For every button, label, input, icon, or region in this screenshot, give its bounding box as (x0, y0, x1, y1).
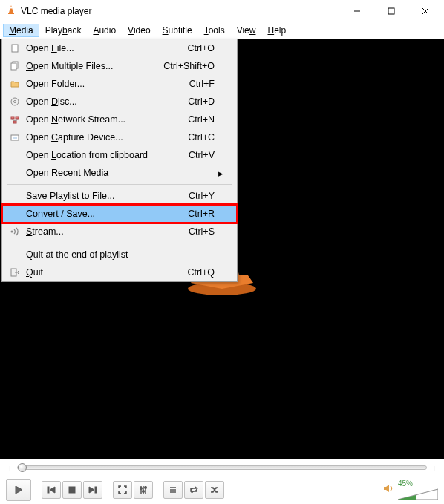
menu-item-open-multiple-files[interactable]: Open Multiple Files...Ctrl+Shift+O (2, 57, 237, 75)
svg-marker-41 (384, 485, 389, 492)
menu-item-open-recent-media[interactable]: Open Recent Media▸ (2, 164, 237, 182)
fullscreen-button[interactable] (113, 481, 132, 499)
menu-item-open-disc[interactable]: Open Disc...Ctrl+D (2, 93, 237, 111)
volume-slider[interactable] (398, 488, 438, 501)
menu-item-label: Stream... (23, 226, 189, 237)
svg-rect-31 (95, 487, 97, 493)
seek-thumb[interactable] (18, 463, 27, 472)
submenu-arrow-icon: ▸ (215, 168, 223, 179)
stream-icon (7, 226, 23, 237)
minimize-button[interactable] (340, 0, 374, 22)
controls-bar: 45% (0, 476, 444, 504)
menu-item-label: Open Disc... (23, 96, 188, 107)
speaker-icon[interactable] (383, 483, 395, 497)
menu-item-stream[interactable]: Stream...Ctrl+S (2, 223, 237, 240)
volume-control[interactable]: 45% (383, 480, 438, 501)
menu-tools[interactable]: Tools (198, 24, 231, 37)
menu-item-convert-save[interactable]: Convert / Save...Ctrl+R (2, 205, 237, 223)
menu-item-open-location-from-clipboard[interactable]: Open Location from clipboardCtrl+V (2, 146, 237, 164)
menu-video[interactable]: Video (122, 24, 156, 37)
files-icon (7, 61, 23, 71)
menu-item-label: Open Location from clipboard (23, 150, 189, 160)
svg-point-17 (11, 231, 13, 233)
loop-button[interactable] (184, 481, 203, 499)
menu-item-shortcut: Ctrl+F (189, 79, 215, 89)
app-icon (6, 4, 16, 18)
svg-point-35 (140, 488, 143, 490)
menu-item-label: Convert / Save... (23, 209, 188, 219)
svg-rect-4 (388, 8, 394, 14)
menu-item-shortcut: Ctrl+O (188, 43, 215, 53)
svg-marker-42 (398, 489, 438, 500)
capture-icon (7, 132, 23, 143)
menu-item-label: Open Network Stream... (23, 114, 188, 125)
menu-item-shortcut: Ctrl+Y (189, 191, 215, 201)
extended-settings-button[interactable] (134, 481, 153, 499)
menu-item-label: Open Capture Device... (23, 132, 188, 143)
svg-rect-9 (11, 63, 16, 70)
svg-rect-7 (12, 45, 18, 52)
menu-item-label: Open Recent Media (23, 168, 215, 178)
menu-item-shortcut: Ctrl+N (188, 114, 215, 125)
stop-button[interactable] (62, 481, 82, 499)
svg-point-36 (143, 491, 145, 493)
menu-item-shortcut: Ctrl+Shift+O (163, 61, 215, 71)
seek-end-tick: ı (433, 464, 435, 472)
menu-item-shortcut: Ctrl+Q (188, 267, 215, 278)
svg-rect-12 (11, 117, 14, 119)
menu-item-label: Open Multiple Files... (23, 61, 163, 71)
menu-item-quit[interactable]: QuitCtrl+Q (2, 264, 237, 281)
svg-rect-27 (48, 487, 49, 493)
title-bar: VLC media player (0, 0, 444, 22)
menu-item-shortcut: Ctrl+C (188, 132, 215, 143)
menu-item-label: Quit (23, 267, 188, 278)
file-icon (7, 43, 23, 53)
menu-playback[interactable]: Playback (39, 24, 88, 37)
menu-item-open-network-stream[interactable]: Open Network Stream...Ctrl+N (2, 111, 237, 128)
seek-bar[interactable]: ı ı (0, 459, 444, 476)
menu-item-open-folder[interactable]: Open Folder...Ctrl+F (2, 75, 237, 93)
seek-start-tick: ı (9, 464, 11, 472)
svg-rect-29 (69, 487, 75, 493)
play-button[interactable] (6, 479, 31, 501)
svg-marker-28 (50, 487, 55, 493)
svg-rect-13 (16, 117, 19, 119)
menu-help[interactable]: Help (261, 24, 292, 37)
svg-rect-14 (13, 121, 16, 123)
folder-icon (7, 79, 23, 89)
seek-track[interactable] (17, 465, 427, 470)
menu-item-shortcut: Ctrl+D (188, 96, 215, 107)
svg-rect-2 (10, 7, 13, 9)
menu-item-label: Open Folder... (23, 79, 189, 89)
next-button[interactable] (83, 481, 102, 499)
menu-separator (7, 184, 232, 185)
svg-marker-26 (16, 486, 22, 494)
volume-percent: 45% (398, 480, 413, 488)
svg-marker-0 (9, 5, 13, 13)
menu-item-label: Open File... (23, 43, 188, 53)
menu-media[interactable]: Media (3, 24, 39, 37)
quit-icon (7, 267, 23, 278)
menu-item-label: Save Playlist to File... (23, 191, 189, 201)
menu-item-open-file[interactable]: Open File...Ctrl+O (2, 39, 237, 57)
window-title: VLC media player (21, 6, 336, 16)
menu-item-shortcut: Ctrl+R (188, 209, 215, 219)
menu-item-save-playlist-to-file[interactable]: Save Playlist to File...Ctrl+Y (2, 187, 237, 205)
menu-view[interactable]: View (231, 24, 262, 37)
menu-separator (7, 243, 232, 243)
playlist-button[interactable] (163, 481, 183, 499)
menu-subtitle[interactable]: Subtitle (157, 24, 198, 37)
svg-point-11 (14, 101, 16, 103)
menu-audio[interactable]: Audio (87, 24, 122, 37)
previous-button[interactable] (42, 481, 61, 499)
svg-rect-1 (8, 13, 14, 14)
menu-item-open-capture-device[interactable]: Open Capture Device...Ctrl+C (2, 128, 237, 146)
shuffle-button[interactable] (205, 481, 224, 499)
maximize-button[interactable] (374, 0, 408, 22)
menu-item-shortcut: Ctrl+V (189, 150, 215, 160)
menu-item-quit-at-the-end-of-playlist[interactable]: Quit at the end of playlist (2, 246, 237, 264)
window-controls (340, 0, 443, 22)
disc-icon (7, 96, 23, 107)
close-button[interactable] (408, 0, 443, 22)
network-icon (7, 114, 23, 125)
